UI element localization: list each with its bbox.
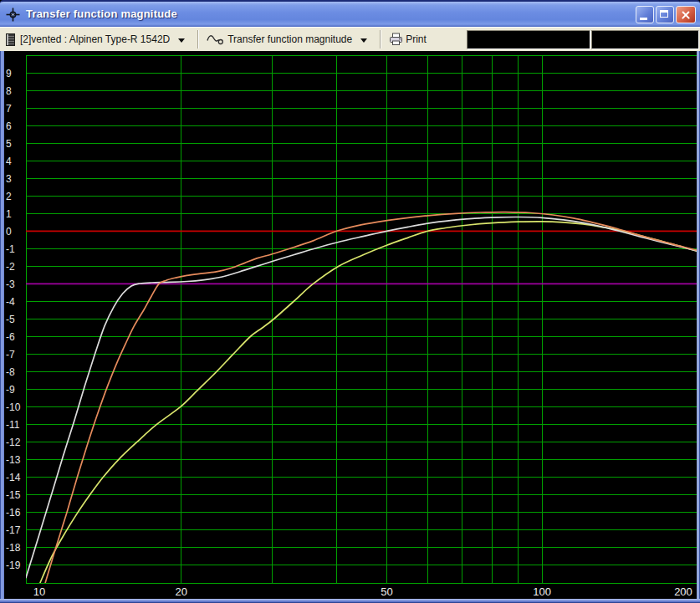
y-axis-label: -11: [6, 419, 20, 431]
printer-icon: [389, 33, 403, 46]
y-axis-label: 2: [6, 191, 12, 202]
x-axis-label: 20: [176, 585, 187, 598]
y-axis-label: -4: [6, 296, 15, 308]
x-axis-label: 100: [533, 585, 551, 598]
window-title: Transfer function magnitude: [26, 2, 177, 27]
toolbar-display-panel-2: [591, 30, 699, 49]
y-axis-label: -9: [6, 384, 15, 396]
y-axis-label: -2: [6, 261, 15, 273]
curves-layer: [26, 212, 697, 583]
transfer-function-chart: 9876543210-1-2-3-4-5-6-7-8-9-10-11-12-13…: [0, 51, 700, 603]
y-axis-label: -18: [6, 542, 21, 554]
x-axis-label: 10: [33, 585, 45, 598]
y-axis-label: 8: [6, 85, 12, 97]
toolbar-separator: [380, 30, 381, 49]
maximize-icon: [660, 10, 668, 18]
axis-labels: 9876543210-1-2-3-4-5-6-7-8-9-10-11-12-13…: [6, 68, 692, 598]
white-curve: [26, 217, 697, 577]
project-dropdown[interactable]: [2]vented : Alpinen Type-R 1542D: [0, 28, 191, 51]
y-axis-label: 7: [6, 103, 12, 115]
x-axis-label: 200: [674, 585, 692, 598]
toolbar-separator: [197, 30, 199, 49]
y-axis-label: -6: [6, 331, 15, 343]
y-axis-label: -19: [6, 560, 21, 571]
y-axis-label: 3: [6, 173, 12, 185]
chart-plot-area[interactable]: 9876543210-1-2-3-4-5-6-7-8-9-10-11-12-13…: [0, 51, 700, 603]
y-axis-label: 1: [6, 208, 12, 220]
application-window: Transfer function magnitude [2]vented : …: [0, 0, 700, 603]
y-axis-label: -1: [6, 243, 15, 255]
window-border-bottom: [0, 599, 700, 603]
project-dropdown-label: [2]vented : Alpinen Type-R 1542D: [20, 33, 170, 45]
reference-lines: [26, 231, 697, 284]
y-axis-label: 6: [6, 120, 12, 132]
y-axis-label: -17: [6, 524, 21, 536]
graph-type-label: Transfer function magnitude: [227, 33, 352, 45]
y-axis-label: -13: [6, 454, 21, 466]
yellow-curve: [40, 222, 697, 583]
y-axis-label: 0: [6, 226, 12, 238]
graph-type-dropdown[interactable]: Transfer function magnitude: [206, 28, 373, 51]
crosshair-icon: [6, 8, 20, 22]
window-border-right: [697, 51, 700, 603]
grid-layer: [26, 55, 697, 583]
window-titlebar[interactable]: Transfer function magnitude: [0, 0, 700, 27]
x-axis-label: 50: [381, 585, 392, 598]
print-button[interactable]: Print: [388, 28, 427, 51]
y-axis-label: -10: [6, 401, 21, 413]
orange-curve: [45, 212, 697, 583]
waveform-icon: [207, 33, 224, 46]
y-axis-label: 5: [6, 138, 12, 150]
toolbar-display-panel-1: [467, 30, 590, 49]
close-button[interactable]: [676, 6, 696, 23]
maximize-button[interactable]: [656, 6, 674, 23]
project-ledger-icon: [6, 33, 15, 46]
y-axis-label: -8: [6, 366, 15, 378]
window-border-left: [0, 51, 4, 603]
minimize-button[interactable]: [636, 6, 654, 23]
y-axis-label: -7: [6, 349, 15, 360]
chevron-down-icon: [178, 38, 185, 43]
y-axis-label: -3: [6, 279, 15, 290]
y-axis-label: -14: [6, 472, 21, 483]
y-axis-label: -12: [6, 437, 21, 448]
y-axis-label: -16: [6, 507, 21, 519]
y-axis-label: -15: [6, 489, 21, 501]
y-axis-label: -5: [6, 314, 15, 325]
minimize-icon: [640, 18, 647, 20]
y-axis-label: 9: [6, 68, 12, 79]
y-axis-label: 4: [6, 156, 12, 167]
print-button-label: Print: [406, 33, 427, 45]
chevron-down-icon: [360, 38, 367, 43]
